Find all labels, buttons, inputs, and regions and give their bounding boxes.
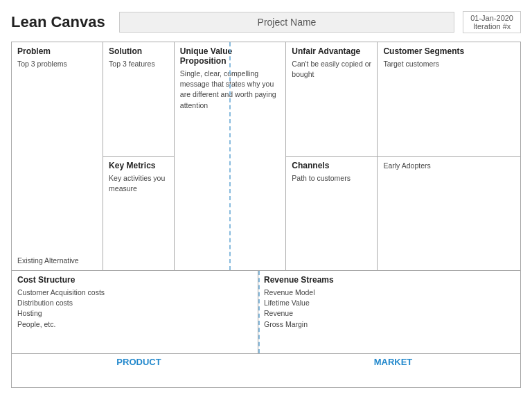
key-metrics-title: Key Metrics <box>109 161 168 170</box>
channels-body: Path to customers <box>292 173 371 184</box>
app-title: Lean Canvas <box>11 13 105 31</box>
solution-top: Solution Top 3 features <box>103 42 174 157</box>
project-name-box[interactable]: Project Name <box>119 12 454 33</box>
lean-canvas: Problem Top 3 problems Existing Alternat… <box>11 42 521 388</box>
solution-wrapper: Solution Top 3 features Key Metrics Key … <box>103 42 175 270</box>
key-metrics-bottom: Key Metrics Key activities you measure <box>103 157 174 270</box>
cost-col: Cost Structure Customer Acquisition cost… <box>12 271 258 353</box>
unfair-advantage-body: Can't be easily copied or bought <box>292 59 371 80</box>
iteration-date: 01-Jan-2020 <box>470 14 513 22</box>
revenue-line: Revenue <box>264 308 515 319</box>
footer-product: PRODUCT <box>12 357 266 367</box>
unfair-top: Unfair Advantage Can't be easily copied … <box>286 42 377 157</box>
solution-body: Top 3 features <box>109 59 168 69</box>
cost-line: Hosting <box>17 308 252 319</box>
uvp-wrapper: Unique Value Proposition Single, clear, … <box>175 42 286 270</box>
key-metrics-body: Key activities you measure <box>109 173 168 194</box>
problem-title: Problem <box>17 46 97 56</box>
iteration-label: Iteration #x <box>473 22 511 30</box>
segments-top: Customer Segments Target customers <box>378 42 520 157</box>
top-section: Problem Top 3 problems Existing Alternat… <box>12 42 520 271</box>
cost-line: People, etc. <box>17 319 252 330</box>
segments-wrapper: Customer Segments Target customers Early… <box>378 42 520 270</box>
revenue-streams-body: Revenue ModelLifetime ValueRevenueGross … <box>264 287 515 330</box>
unfair-advantage-title: Unfair Advantage <box>292 46 371 56</box>
revenue-col: Revenue Streams Revenue ModelLifetime Va… <box>258 271 520 353</box>
channels-bottom: Channels Path to customers <box>286 157 377 270</box>
solution-title: Solution <box>109 46 168 56</box>
problem-top-body: Top 3 problems <box>17 59 97 256</box>
problem-col: Problem Top 3 problems Existing Alternat… <box>12 42 103 270</box>
customer-segments-title: Customer Segments <box>383 46 515 56</box>
revenue-line: Revenue Model <box>264 287 515 298</box>
revenue-line: Lifetime Value <box>264 298 515 308</box>
revenue-line: Gross Margin <box>264 319 515 330</box>
channels-title: Channels <box>292 161 371 170</box>
bottom-section: Cost Structure Customer Acquisition cost… <box>12 271 520 354</box>
footer-section: PRODUCT MARKET <box>12 354 520 370</box>
app-header: Lean Canvas Project Name 01-Jan-2020 Ite… <box>11 11 521 33</box>
uvp-dashed-line <box>229 42 231 270</box>
cost-line: Customer Acquisition costs <box>17 287 252 298</box>
problem-bottom-body: Existing Alternative <box>17 256 97 266</box>
customer-segments-top-body: Target customers <box>383 59 515 69</box>
early-adopters-body: Early Adopters <box>383 161 515 171</box>
iteration-box: 01-Jan-2020 Iteration #x <box>463 11 521 33</box>
unfair-wrapper: Unfair Advantage Can't be easily copied … <box>286 42 378 270</box>
cost-structure-body: Customer Acquisition costsDistribution c… <box>17 287 252 330</box>
cost-structure-title: Cost Structure <box>17 275 252 285</box>
cost-line: Distribution costs <box>17 298 252 308</box>
segments-bottom: Early Adopters <box>378 157 520 270</box>
revenue-streams-title: Revenue Streams <box>264 275 515 285</box>
footer-market: MARKET <box>266 357 520 367</box>
